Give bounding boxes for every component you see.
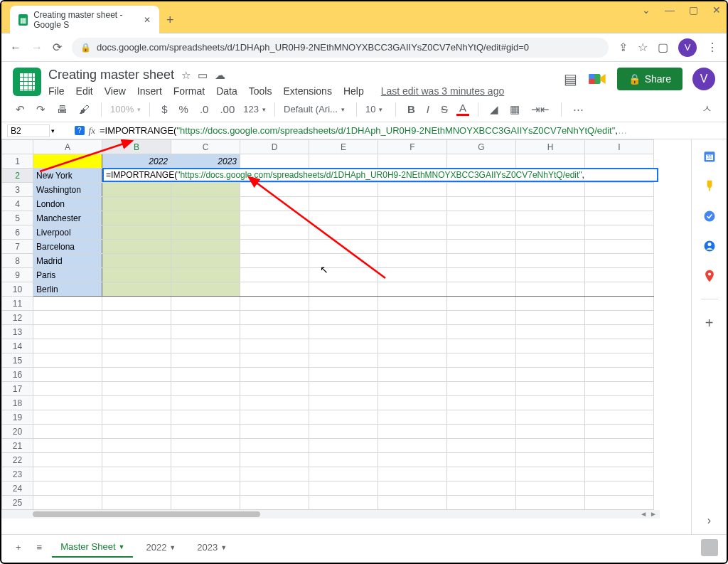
- tab-title: Creating master sheet - Google S: [33, 10, 138, 30]
- account-avatar[interactable]: V: [692, 68, 715, 90]
- move-icon[interactable]: ▭: [198, 69, 208, 82]
- menu-format[interactable]: Format: [173, 85, 205, 97]
- merge-icon[interactable]: ⇥⇤: [528, 102, 552, 117]
- document-title[interactable]: Creating master sheet: [48, 68, 174, 83]
- new-tab-button[interactable]: +: [166, 13, 174, 28]
- svg-line-4: [249, 177, 385, 278]
- maps-icon[interactable]: [702, 269, 717, 283]
- name-box[interactable]: [7, 124, 50, 137]
- menu-edit[interactable]: Edit: [76, 85, 93, 97]
- select-all-corner[interactable]: [2, 140, 33, 154]
- menu-extensions[interactable]: Extensions: [283, 85, 331, 97]
- reload-icon[interactable]: ⟳: [53, 41, 62, 54]
- formula-input[interactable]: =IMPORTRANGE("https://docs.google.com/sp…: [100, 125, 627, 136]
- svg-text:31: 31: [707, 154, 712, 159]
- address-bar[interactable]: 🔒 docs.google.com/spreadsheets/d/1DHAph_…: [72, 38, 609, 58]
- tasks-icon[interactable]: [702, 209, 717, 223]
- keep-icon[interactable]: [702, 179, 717, 193]
- menu-insert[interactable]: Insert: [137, 85, 162, 97]
- bookmark-icon[interactable]: ☆: [638, 41, 648, 54]
- svg-rect-8: [709, 188, 710, 191]
- toolbar: ↶ ↷ 🖶 🖌 100% $ % .0 .00 123 Default (Ari…: [1, 97, 727, 122]
- strikethrough-icon[interactable]: S: [438, 102, 451, 117]
- minimize-icon[interactable]: —: [665, 4, 675, 16]
- print-icon[interactable]: 🖶: [54, 102, 70, 117]
- decrease-decimal-icon[interactable]: .0: [197, 102, 212, 117]
- explore-button[interactable]: [701, 539, 718, 556]
- row-header[interactable]: 1: [2, 154, 33, 169]
- svg-rect-2: [589, 79, 594, 84]
- menu-tools[interactable]: Tools: [249, 85, 272, 97]
- collapse-toolbar-icon[interactable]: ㅅ: [699, 101, 715, 117]
- back-icon[interactable]: ←: [10, 41, 21, 54]
- add-panel-icon[interactable]: +: [702, 315, 717, 329]
- add-sheet-button[interactable]: +: [10, 539, 27, 555]
- increase-decimal-icon[interactable]: .00: [217, 102, 237, 117]
- cursor-icon: ↖: [320, 264, 328, 275]
- currency-icon[interactable]: $: [159, 102, 170, 117]
- col-header[interactable]: I: [585, 140, 654, 154]
- browser-profile-avatar[interactable]: V: [678, 38, 697, 57]
- last-edit-link[interactable]: Last edit was 3 minutes ago: [381, 85, 505, 97]
- formula-help-icon[interactable]: ?: [75, 126, 85, 135]
- col-header[interactable]: C: [171, 140, 240, 154]
- cell[interactable]: 2023: [171, 154, 240, 169]
- sheet-tab-2023[interactable]: 2023▼: [188, 538, 235, 557]
- svg-rect-1: [589, 74, 594, 79]
- svg-line-3: [40, 141, 132, 171]
- fx-icon: fx: [89, 125, 95, 137]
- forward-icon[interactable]: →: [31, 41, 43, 54]
- bold-icon[interactable]: B: [405, 102, 418, 117]
- col-header[interactable]: D: [240, 140, 309, 154]
- sheet-tab-master[interactable]: Master Sheet▼: [52, 537, 133, 558]
- browser-tab[interactable]: ▦ Creating master sheet - Google S ✕: [10, 6, 159, 34]
- contacts-icon[interactable]: [702, 239, 717, 253]
- col-header[interactable]: G: [447, 140, 516, 154]
- menu-data[interactable]: Data: [216, 85, 237, 97]
- col-header[interactable]: F: [378, 140, 447, 154]
- menu-view[interactable]: View: [105, 85, 126, 97]
- redo-icon[interactable]: ↷: [33, 102, 48, 117]
- sheets-logo-icon[interactable]: [13, 68, 41, 96]
- menu-file[interactable]: File: [48, 85, 65, 97]
- sheets-favicon-icon: ▦: [18, 14, 28, 26]
- star-icon[interactable]: ☆: [181, 69, 191, 82]
- lock-icon: 🔒: [80, 43, 91, 53]
- maximize-icon[interactable]: ▢: [689, 4, 698, 16]
- meet-icon[interactable]: [587, 69, 607, 89]
- menu-help[interactable]: Help: [343, 85, 364, 97]
- text-color-icon[interactable]: A: [456, 102, 469, 116]
- percent-icon[interactable]: %: [176, 102, 191, 117]
- more-icon[interactable]: ⋯: [570, 102, 587, 117]
- svg-point-11: [707, 243, 711, 246]
- close-icon[interactable]: ✕: [712, 4, 721, 16]
- row-header[interactable]: 2: [2, 169, 33, 183]
- tab-overview-icon[interactable]: ▢: [658, 41, 668, 54]
- horizontal-scrollbar[interactable]: ◄►: [1, 510, 660, 518]
- borders-icon[interactable]: ▦: [507, 102, 523, 117]
- hide-panel-icon[interactable]: ›: [707, 514, 711, 527]
- col-header[interactable]: H: [516, 140, 585, 154]
- sheet-tab-2022[interactable]: 2022▼: [137, 538, 184, 557]
- share-button[interactable]: 🔒 Share: [617, 68, 682, 90]
- tab-close-icon[interactable]: ✕: [144, 15, 151, 25]
- comments-icon[interactable]: ▤: [564, 70, 577, 87]
- all-sheets-button[interactable]: ≡: [31, 539, 48, 555]
- share-url-icon[interactable]: ⇪: [619, 41, 628, 54]
- paint-format-icon[interactable]: 🖌: [76, 102, 92, 117]
- cloud-icon[interactable]: ☁: [215, 69, 225, 82]
- fill-color-icon[interactable]: ◢: [487, 102, 501, 117]
- browser-menu-icon[interactable]: ⋮: [707, 41, 718, 54]
- zoom-select[interactable]: 100%: [110, 104, 141, 115]
- undo-icon[interactable]: ↶: [13, 102, 28, 117]
- side-panel: 31 + ›: [691, 139, 727, 534]
- italic-icon[interactable]: I: [424, 102, 432, 117]
- menu-bar: File Edit View Insert Format Data Tools …: [48, 85, 564, 97]
- col-header[interactable]: E: [309, 140, 378, 154]
- chevron-down-icon[interactable]: ⌄: [642, 4, 651, 16]
- number-format-select[interactable]: 123: [243, 104, 266, 115]
- font-size-select[interactable]: 10: [365, 104, 387, 115]
- url-text: docs.google.com/spreadsheets/d/1DHAph_UR…: [97, 42, 529, 53]
- calendar-icon[interactable]: 31: [702, 149, 717, 164]
- font-select[interactable]: Default (Ari...: [284, 104, 348, 115]
